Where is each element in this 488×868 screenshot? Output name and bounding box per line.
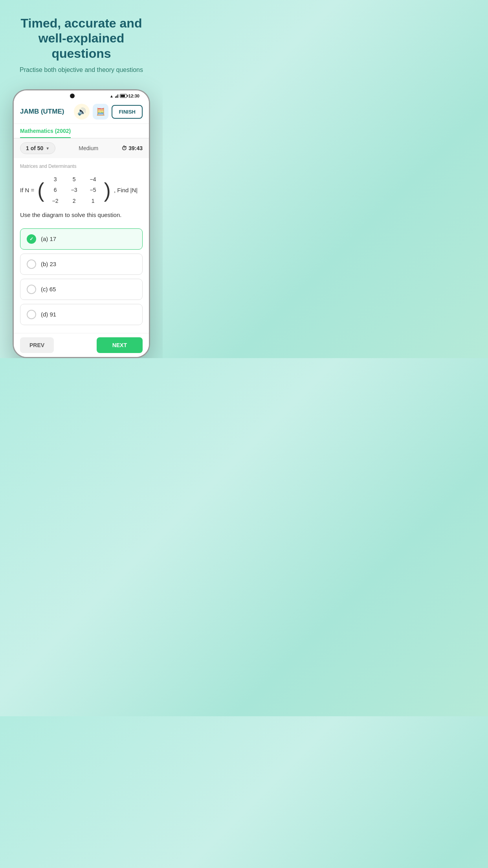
question-topic: Matrices and Determinants — [20, 164, 143, 169]
subject-tab-label[interactable]: Mathematics (2002) — [20, 124, 71, 138]
calculator-icon: 🧮 — [96, 107, 105, 116]
option-a[interactable]: (a) 17 — [20, 228, 143, 250]
hero-section: Timed, accurate and well-explained quest… — [0, 0, 163, 85]
matrix-left-bracket: ( — [37, 180, 44, 200]
wifi-icon: ▲ — [110, 94, 114, 98]
question-number: 1 of 50 — [26, 145, 43, 151]
radio-b — [27, 259, 36, 269]
battery-fill — [121, 95, 125, 97]
matrix-cell-12: −5 — [85, 185, 101, 195]
option-b[interactable]: (b) 23 — [20, 254, 143, 275]
radio-a — [27, 234, 36, 244]
option-c-text: (c) 65 — [41, 286, 56, 292]
bottom-nav: PREV NEXT — [14, 333, 149, 357]
signal-bar-1 — [115, 96, 116, 98]
page-wrapper: Timed, accurate and well-explained quest… — [0, 0, 163, 358]
matrix-equation: If N = ( 3 5 −4 6 −3 −5 −2 2 1 ) , Find — [20, 175, 143, 206]
subject-tab: Mathematics (2002) — [14, 124, 149, 138]
option-b-text: (b) 23 — [41, 261, 56, 267]
question-content: Matrices and Determinants If N = ( 3 5 −… — [14, 158, 149, 228]
options-container: (a) 17 (b) 23 (c) 65 (d) 91 — [14, 228, 149, 333]
option-d-text: (d) 91 — [41, 311, 56, 318]
question-meta-bar: 1 of 50 ▼ Medium ⏱ 39:43 — [14, 138, 149, 158]
matrix-cell-02: −4 — [85, 175, 101, 184]
hero-title: Timed, accurate and well-explained quest… — [12, 16, 151, 61]
matrix-cell-10: 6 — [48, 185, 63, 195]
prev-button[interactable]: PREV — [20, 337, 54, 353]
status-bar: ▲ 12:30 — [14, 90, 149, 100]
hero-subtitle: Practise both objective and theory quest… — [12, 66, 151, 74]
matrix-right-bracket: ) — [104, 180, 111, 200]
radio-d — [27, 310, 36, 319]
matrix-cell-20: −2 — [48, 196, 63, 206]
matrix-cell-01: 5 — [66, 175, 82, 184]
option-d[interactable]: (d) 91 — [20, 304, 143, 325]
matrix-cell-22: 1 — [85, 196, 101, 206]
question-selector[interactable]: 1 of 50 ▼ — [20, 142, 55, 154]
phone-container: ▲ 12:30 — [0, 85, 163, 358]
difficulty-label: Medium — [79, 145, 98, 151]
timer-value: 39:43 — [128, 145, 143, 151]
header-actions: 🔊 🧮 FINISH — [74, 104, 143, 120]
matrix-cell-00: 3 — [48, 175, 63, 184]
signal-bar-2 — [116, 96, 117, 98]
sound-icon: 🔊 — [77, 107, 86, 116]
camera-notch — [70, 94, 75, 98]
signal-icon — [115, 94, 118, 98]
radio-c — [27, 285, 36, 294]
finish-button[interactable]: FINISH — [112, 105, 143, 119]
find-label: , Find |N| — [114, 187, 138, 193]
phone-frame: ▲ 12:30 — [13, 89, 150, 358]
chevron-down-icon: ▼ — [46, 146, 50, 151]
signal-bar-3 — [117, 94, 118, 98]
calculator-button[interactable]: 🧮 — [93, 104, 108, 120]
app-title: JAMB (UTME) — [20, 108, 64, 116]
status-bar-inner: ▲ 12:30 — [22, 94, 141, 98]
status-right: ▲ 12:30 — [110, 94, 139, 98]
next-button[interactable]: NEXT — [97, 337, 143, 353]
matrix-cell-11: −3 — [66, 185, 82, 195]
sound-button[interactable]: 🔊 — [74, 104, 90, 120]
timer-display: ⏱ 39:43 — [121, 145, 143, 151]
timer-icon: ⏱ — [121, 145, 127, 151]
matrix-cell-21: 2 — [66, 196, 82, 206]
matrix-label: If N = — [20, 187, 34, 193]
question-instruction: Use the diagram to solve this question. — [20, 211, 143, 218]
status-center — [70, 94, 75, 98]
option-a-text: (a) 17 — [41, 235, 56, 242]
matrix-grid: 3 5 −4 6 −3 −5 −2 2 1 — [48, 175, 101, 206]
status-time: 12:30 — [128, 94, 139, 98]
app-header: JAMB (UTME) 🔊 🧮 FINISH — [14, 100, 149, 124]
battery-icon — [120, 94, 127, 98]
option-c[interactable]: (c) 65 — [20, 279, 143, 300]
